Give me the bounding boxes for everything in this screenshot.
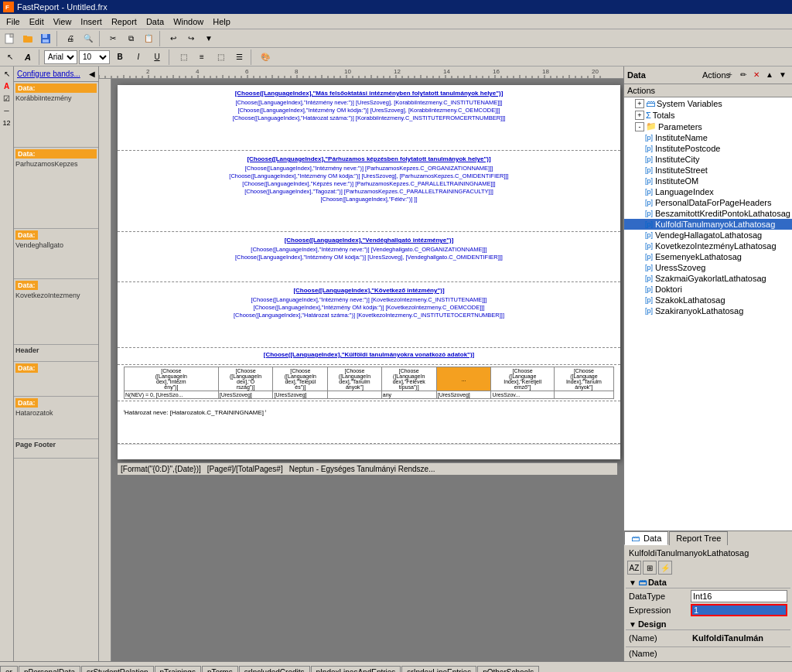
design-section-header[interactable]: ▼ Design [626,619,790,630]
menu-data[interactable]: Data [142,15,169,28]
tree-item-institutename[interactable]: [p] InstituteName [624,132,792,143]
redo-arrow-button[interactable]: ▼ [200,31,217,46]
configure-bands-label[interactable]: Configure bands... [17,70,80,78]
expand-system-variables[interactable]: + [635,99,644,108]
expand-parameters[interactable]: - [635,122,644,131]
bottom-tab-pterms[interactable]: pTerms [202,666,238,672]
color-button[interactable]: 🎨 [257,49,274,65]
institutepostcode-label: InstitutePostcode [655,144,720,153]
bottom-tab-ppersonaldata[interactable]: pPersonalData [19,666,80,672]
tree-item-instituteom[interactable]: [p] InstituteOM [624,176,792,186]
open-button[interactable] [19,31,36,46]
num-tool[interactable]: 12 [2,118,12,128]
canvas-main[interactable]: [Choose([LanguageIndex],"Más felsőoktatá… [111,79,623,661]
expand-totals[interactable]: + [635,111,644,120]
font-family-select[interactable]: Arial [44,50,77,64]
font-size-select[interactable]: 10 [79,50,110,64]
pointer-tool[interactable]: ↖ [2,68,12,79]
tree-item-parameters[interactable]: - 📁 Parameters [624,121,792,132]
menu-report[interactable]: Report [107,15,142,28]
props-flash-button[interactable]: ⚡ [658,561,672,575]
menu-window[interactable]: Window [169,15,208,28]
section-header-5: [Choose([LanguageIndex],"Külföldi tanulm… [124,351,614,358]
actions-button[interactable]: Actions [709,68,723,82]
tree-item-beszamitottkreditpontoklathatosag[interactable]: [p] BeszamitottKreditPontokLathatosag [624,208,792,219]
cut-button[interactable]: ✂ [104,31,121,46]
bottom-tab-pindexlinesandentries[interactable]: pIndexLinesAndEntries [311,666,401,672]
up-data-button[interactable]: ▲ [763,68,776,80]
props-group-button[interactable]: ⊞ [643,561,657,575]
table-col-8: [Choose([LanguageIndex],"Tanulmányok"] [554,367,613,391]
copy-button[interactable]: ⧉ [122,31,139,46]
bottom-tab-ptrainings[interactable]: pTrainings [155,666,201,672]
tree-item-esemenyeklathatosag[interactable]: [p] EsemenyekLathatosag [624,251,792,262]
tree-item-uresszoveg[interactable]: [p] UressSzoveg [624,262,792,273]
table-col-2: [Choose([LanguageIndex],"Ország")] [218,367,273,391]
toolbar-separator-2 [99,31,102,46]
tree-item-vendeghallagatolathatosag[interactable]: [p] VendegHallagatoLathatosag [624,230,792,240]
tab-data[interactable]: 🗃 Data [624,531,668,545]
canvas-with-left-ruler: [Choose([LanguageIndex],"Más felsőoktatá… [99,79,623,661]
props-sort-button[interactable]: AZ [627,561,641,575]
prop-val-expression[interactable]: 1 [691,604,787,616]
doktori-icon: [p] [644,285,654,294]
bottom-tab-srstudentrelation[interactable]: srStudentRelation [81,666,154,672]
align-center-button[interactable]: ≡ [193,49,210,65]
edit-data-button[interactable]: ✏ [737,68,749,80]
bottom-tab-er[interactable]: er [0,666,18,672]
check-tool[interactable]: ☑ [2,93,12,104]
szakoklathatosag-icon: [p] [644,295,654,305]
tree-item-personaldataforpageheaders[interactable]: [p] PersonalDataForPageHeaders [624,197,792,208]
italic-button[interactable]: I [130,49,147,65]
new-button[interactable] [2,31,19,46]
tool-select[interactable]: ↖ [2,49,19,65]
text-tool[interactable]: A [2,80,12,91]
down-data-button[interactable]: ▼ [777,68,789,80]
align-justify-button[interactable]: ☰ [230,49,248,65]
tree-item-kulfolditanulmanyoklathatosag[interactable]: [p] KulfoldiTanulmanyokLathatosag [624,219,792,230]
menu-insert[interactable]: Insert [76,15,107,28]
line-2-3: [Choose([LanguageIndex],"Képzés neve:")]… [124,180,614,187]
tree-item-languageindex[interactable]: [p] LanguageIndex [624,186,792,197]
undo-button[interactable]: ↩ [165,31,182,46]
tool-text[interactable]: A [19,49,36,65]
tree-item-institutestreet[interactable]: [p] InstituteStreet [624,165,792,176]
preview-button[interactable]: 🔍 [80,31,97,46]
menu-file[interactable]: File [2,15,25,28]
redo-button[interactable]: ↪ [183,31,200,46]
align-left-button[interactable]: ⬚ [175,49,192,65]
data-section-header[interactable]: ▼ 🗃 Data [626,577,790,588]
menu-help[interactable]: Help [208,15,235,28]
tree-item-institutecity[interactable]: [p] InstituteCity [624,154,792,165]
paste-button[interactable]: 📋 [140,31,157,46]
bold-button[interactable]: B [111,49,128,65]
tree-item-institutepostcode[interactable]: [p] InstitutePostcode [624,143,792,154]
tab-report-tree-label: Report Tree [676,534,721,543]
tree-item-kovetkezointezmenylathatosag[interactable]: [p] KovetkezoIntezményLathatosag [624,240,792,251]
bottom-tab-srindexlineentries[interactable]: srIndexLineEntries [401,666,476,672]
tree-item-system-variables[interactable]: + 🗃 System Variables [624,97,792,110]
bottom-tab-potherschools[interactable]: pOtherSchools [477,666,539,672]
uresszoveg-label: UressSzoveg [655,263,705,272]
underline-button[interactable]: U [148,49,166,65]
tree-item-szakoklathatosag[interactable]: [p] SzakokLathatosag [624,295,792,305]
menu-view[interactable]: View [49,15,77,28]
tree-item-totals[interactable]: + Σ Totals [624,110,792,121]
tab-report-tree[interactable]: Report Tree [669,531,728,545]
data-table: [Choose([LanguageIndex],"Intézmény")] [C… [124,367,614,399]
tree-item-szakmaigyakorlatlathatosag[interactable]: [p] SzakmaiGyakorlatLathatosag [624,273,792,284]
menu-edit[interactable]: Edit [25,15,49,28]
tree-item-doktori[interactable]: [p] Doktori [624,284,792,295]
hatarozatok-line: ˡHatározat neve: [Hatarozatok.C_TRAINING… [124,409,614,416]
ruler-tool[interactable]: ─ [2,105,12,116]
bottom-tab-srincludedcredits[interactable]: srIncludedCredits [239,666,310,672]
save-button[interactable] [37,31,54,46]
toolbar-1: 🖨 🔍 ✂ ⧉ 📋 ↩ ↪ ▼ [0,29,792,48]
print-button[interactable]: 🖨 [62,31,79,46]
collapse-arrow[interactable]: ◀ [89,70,95,78]
data-tree[interactable]: + 🗃 System Variables + Σ Totals - 📁 Para… [624,97,792,530]
align-right-button[interactable]: ⬚ [212,49,229,65]
add-data-button[interactable]: + [724,68,736,80]
delete-data-button[interactable]: ✕ [750,68,763,80]
tree-item-szakiranyoklathatosag[interactable]: [p] SzakiranyokLathatosag [624,305,792,316]
